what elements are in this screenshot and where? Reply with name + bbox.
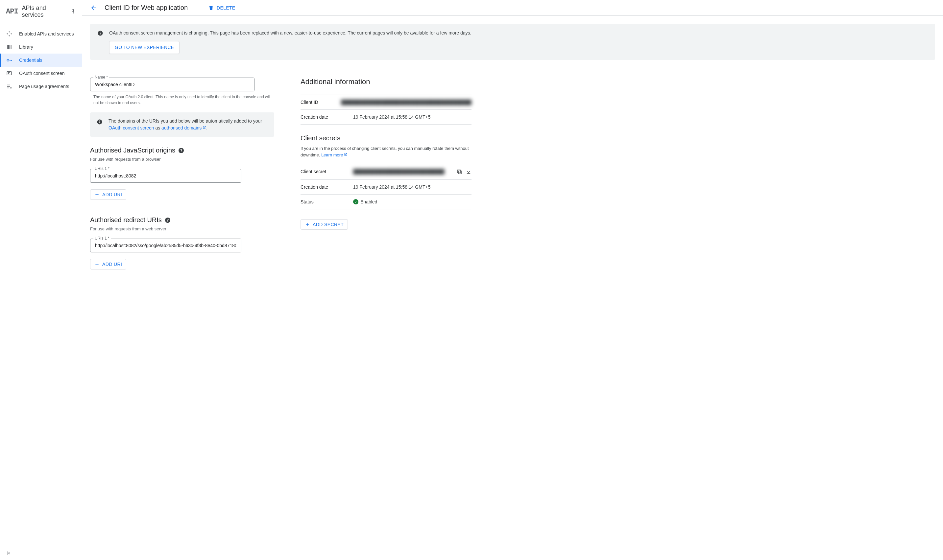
collapse-sidebar-icon[interactable] xyxy=(6,550,12,556)
sidebar-item-enabled-apis[interactable]: Enabled APIs and services xyxy=(0,27,82,40)
domains-note-prefix: The domains of the URIs you add below wi… xyxy=(108,118,262,123)
sidebar-header: API APIs and services xyxy=(0,0,82,23)
additional-info-title: Additional information xyxy=(300,78,471,86)
add-secret-label: ADD SECRET xyxy=(313,222,344,227)
svg-rect-6 xyxy=(9,45,10,49)
sidebar-item-label: Library xyxy=(19,45,33,50)
plus-icon xyxy=(94,262,100,267)
topbar: Client ID for Web application DELETE xyxy=(82,0,943,16)
external-link-icon xyxy=(202,126,206,129)
key-icon xyxy=(6,57,12,63)
diamond-grid-icon xyxy=(6,31,12,37)
client-secret-label: Client secret xyxy=(300,169,353,175)
redirect-uri-label: URIs 1 * xyxy=(93,236,111,240)
go-to-new-experience-button[interactable]: GO TO NEW EXPERIENCE xyxy=(109,41,180,54)
svg-rect-17 xyxy=(99,121,100,121)
sidebar-item-label: OAuth consent screen xyxy=(19,71,65,76)
sidebar-nav: Enabled APIs and services Library Creden… xyxy=(0,23,82,93)
js-origin-uri-input[interactable] xyxy=(90,169,241,183)
svg-rect-14 xyxy=(100,32,101,32)
add-js-origin-uri-button[interactable]: ADD URI xyxy=(90,189,126,200)
add-uri-label: ADD URI xyxy=(102,262,122,267)
add-secret-button[interactable]: ADD SECRET xyxy=(300,219,348,230)
client-id-label: Client ID xyxy=(300,100,341,105)
sidebar-item-label: Enabled APIs and services xyxy=(19,31,74,37)
redirect-uris-title: Authorised redirect URIs xyxy=(90,216,162,224)
svg-point-8 xyxy=(7,59,9,61)
main: Client ID for Web application DELETE OAu… xyxy=(82,0,943,560)
learn-more-link[interactable]: Learn more xyxy=(321,152,348,157)
check-circle-icon: ✓ xyxy=(353,199,358,205)
svg-rect-4 xyxy=(7,45,8,49)
oauth-consent-screen-link[interactable]: OAuth consent screen xyxy=(108,125,154,131)
svg-rect-0 xyxy=(9,31,10,32)
client-secrets-title: Client secrets xyxy=(300,134,471,142)
domains-note-suffix: . xyxy=(206,125,208,131)
secret-creation-value: 19 February 2024 at 15:58:14 GMT+5 xyxy=(353,185,471,190)
svg-rect-18 xyxy=(458,171,461,174)
secret-creation-label: Creation date xyxy=(300,185,353,190)
plus-icon xyxy=(94,192,100,197)
download-icon[interactable] xyxy=(465,169,471,175)
secret-status-row: Status ✓ Enabled xyxy=(300,194,471,209)
consent-icon xyxy=(6,70,12,77)
creation-date-value: 19 February 2024 at 15:58:14 GMT+5 xyxy=(353,114,471,120)
js-origins-title: Authorised JavaScript origins xyxy=(90,146,175,154)
redirect-uris-subtitle: For use with requests from a web server xyxy=(90,226,274,231)
copy-icon[interactable] xyxy=(456,169,462,175)
add-redirect-uri-button[interactable]: ADD URI xyxy=(90,259,126,269)
sidebar: API APIs and services Enabled APIs and s… xyxy=(0,0,82,560)
info-icon xyxy=(97,30,103,36)
plus-icon xyxy=(305,222,310,227)
svg-rect-16 xyxy=(99,122,100,123)
delete-button[interactable]: DELETE xyxy=(208,5,235,11)
client-secret-value: ████████████████████████████ xyxy=(353,169,456,175)
name-field-label: Name * xyxy=(93,75,109,80)
js-origin-uri-label: URIs 1 * xyxy=(93,166,111,171)
secret-status-value: Enabled xyxy=(361,199,377,205)
help-icon[interactable]: ? xyxy=(165,218,170,223)
svg-rect-9 xyxy=(7,72,11,75)
back-button[interactable] xyxy=(90,4,97,11)
name-helper-text: The name of your OAuth 2.0 client. This … xyxy=(90,94,274,106)
js-origins-subtitle: For use with requests from a browser xyxy=(90,157,274,162)
delete-label: DELETE xyxy=(217,5,235,11)
client-id-value: ████████████████████████████████████████ xyxy=(341,100,471,105)
client-secret-row: Client secret ██████████████████████████… xyxy=(300,164,471,180)
notice-banner: OAuth consent screen management is chang… xyxy=(90,24,935,60)
sidebar-item-label: Page usage agreements xyxy=(19,84,69,89)
product-title: APIs and services xyxy=(22,5,67,18)
sidebar-item-oauth-consent[interactable]: OAuth consent screen xyxy=(0,67,82,80)
redirect-uri-input[interactable] xyxy=(90,238,241,252)
sidebar-item-credentials[interactable]: Credentials xyxy=(0,54,82,67)
trash-icon xyxy=(208,5,214,11)
add-uri-label: ADD URI xyxy=(102,192,122,197)
svg-rect-13 xyxy=(100,33,101,34)
svg-rect-5 xyxy=(8,45,9,49)
sidebar-item-label: Credentials xyxy=(19,57,42,63)
domains-info-box: The domains of the URIs you add below wi… xyxy=(90,112,274,137)
svg-rect-11 xyxy=(7,551,8,555)
svg-rect-2 xyxy=(11,33,12,34)
banner-text: OAuth consent screen management is chang… xyxy=(109,29,471,37)
svg-rect-3 xyxy=(9,35,10,37)
sidebar-item-library[interactable]: Library xyxy=(0,40,82,54)
secret-status-label: Status xyxy=(300,199,353,205)
client-id-row: Client ID ██████████████████████████████… xyxy=(300,95,471,109)
name-input[interactable] xyxy=(90,78,254,91)
svg-rect-7 xyxy=(11,45,11,49)
agreements-icon xyxy=(6,83,12,90)
secret-creation-date-row: Creation date 19 February 2024 at 15:58:… xyxy=(300,180,471,194)
sidebar-item-agreements[interactable]: Page usage agreements xyxy=(0,80,82,93)
svg-rect-19 xyxy=(458,170,460,173)
info-icon xyxy=(97,119,103,131)
svg-rect-1 xyxy=(6,33,8,34)
help-icon[interactable]: ? xyxy=(179,148,184,153)
pin-icon[interactable] xyxy=(71,9,76,14)
api-logo: API xyxy=(6,8,18,16)
authorised-domains-link[interactable]: authorised domains xyxy=(162,125,206,131)
svg-point-10 xyxy=(11,88,11,88)
creation-date-row: Creation date 19 February 2024 at 15:58:… xyxy=(300,109,471,124)
external-link-icon xyxy=(344,152,348,157)
domains-note-middle: as xyxy=(154,125,162,131)
